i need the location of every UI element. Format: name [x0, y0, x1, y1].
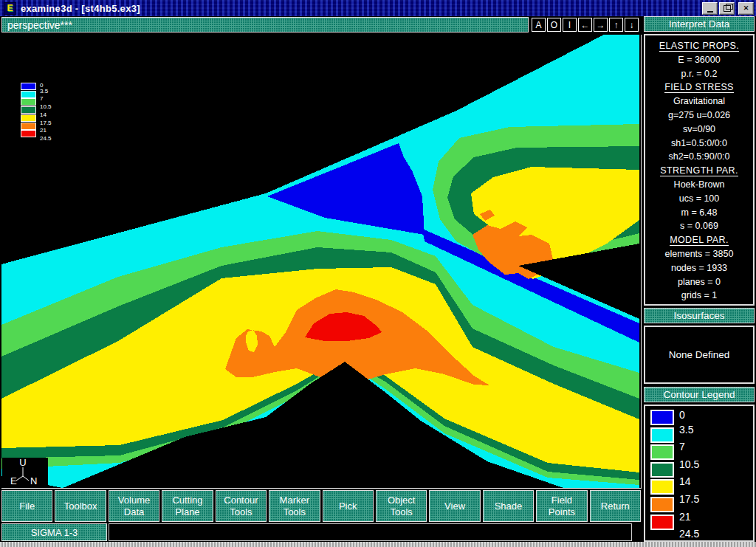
legend-value: 14	[679, 476, 691, 486]
interpret-value: grids = 1	[645, 289, 753, 303]
interpret-data-header[interactable]: Interpret Data	[644, 16, 755, 32]
title-bar: E examine3d - [st4hb5.ex3] ✕	[0, 0, 756, 16]
interpret-value: nodes = 1933	[645, 261, 753, 275]
interpret-value: g=275 u=0.026	[645, 109, 753, 123]
menu-button-toolbox[interactable]: Toolbox	[55, 490, 106, 522]
window-controls: ✕	[702, 2, 754, 15]
restore-icon	[724, 5, 731, 12]
legend-value: 21	[679, 512, 691, 522]
isosurfaces-title: Isosurfaces	[673, 310, 724, 321]
nav-button-a[interactable]: A	[532, 18, 546, 32]
legend-swatch	[650, 497, 674, 512]
menu-button-contour-tools[interactable]: Contour Tools	[216, 490, 267, 522]
legend-value: 10.5	[679, 459, 699, 469]
legend-swatch	[21, 130, 36, 137]
legend-value: 7	[679, 441, 685, 452]
interpret-section-heading: MODEL PAR.	[645, 233, 753, 247]
axis-east-label: E	[10, 475, 17, 486]
menu-button-view[interactable]: View	[429, 490, 480, 522]
legend-value: 3.5	[40, 89, 48, 94]
interpret-value: ucs = 100	[645, 192, 753, 206]
legend-swatch	[21, 83, 36, 90]
close-icon: ✕	[743, 5, 749, 12]
nav-button-→[interactable]: →	[594, 18, 608, 32]
legend-swatch	[650, 479, 674, 495]
interpret-value: Gravitational	[645, 94, 753, 109]
menu-button-cutting-plane[interactable]: Cutting Plane	[162, 490, 213, 522]
legend-swatch	[21, 123, 36, 130]
menu-button-file[interactable]: File	[1, 490, 52, 522]
interpret-value: p.r. = 0.2	[645, 67, 753, 81]
legend-swatch	[650, 462, 674, 478]
nav-button-↓[interactable]: ↓	[625, 18, 639, 32]
axis-north-label: N	[30, 475, 37, 486]
menu-button-pick[interactable]: Pick	[323, 490, 374, 522]
interpret-section-heading: ELASTIC PROPS.	[645, 39, 753, 53]
legend-swatch	[650, 444, 674, 460]
legend-swatch	[650, 515, 674, 530]
interpret-value: s = 0.069	[645, 219, 753, 233]
window-title: examine3d - [st4hb5.ex3]	[21, 3, 140, 14]
legend-value: 24.5	[40, 136, 52, 142]
minimize-icon	[707, 11, 713, 13]
legend-value: 17.5	[40, 120, 52, 126]
interpret-section-heading: FIELD STRESS	[645, 80, 753, 94]
menu-button-object-tools[interactable]: Object Tools	[376, 490, 427, 522]
interpret-value: elements = 3850	[645, 247, 753, 261]
contour-legend-panel: 03.5710.51417.52124.5	[644, 405, 755, 542]
interpret-value: sh2=0.5:90/0:0	[645, 150, 753, 164]
legend-value: 10.5	[40, 104, 52, 110]
close-button[interactable]: ✕	[738, 2, 754, 15]
legend-swatch	[21, 91, 36, 98]
view-mode-label: perspective***	[7, 19, 72, 31]
isosurfaces-header[interactable]: Isosurfaces	[644, 308, 755, 323]
contour-legend-title: Contour Legend	[664, 389, 735, 400]
contour-legend-header[interactable]: Contour Legend	[644, 387, 755, 402]
interpret-value: planes = 0	[645, 275, 753, 289]
menu-button-field-points[interactable]: Field Points	[536, 490, 587, 522]
model-viewport[interactable]: 03.5710.51417.52124.5 U E N	[1, 35, 642, 489]
app-icon: E	[4, 2, 16, 15]
legend-swatch	[21, 98, 36, 106]
legend-swatch	[650, 410, 674, 425]
menu-button-volume-data[interactable]: Volume Data	[109, 490, 159, 522]
legend-swatch	[21, 114, 36, 122]
view-nav-buttons: AOI←→↑↓	[532, 18, 639, 32]
interpret-value: Hoek-Brown	[645, 178, 753, 192]
result-type-label: SIGMA 1-3	[31, 527, 78, 538]
legend-value: 24.5	[679, 529, 699, 539]
interpret-value: sh1=0.5:0/0:0	[645, 137, 753, 151]
window-bottom-edge	[0, 542, 756, 547]
isosurfaces-panel: None Defined	[644, 326, 755, 384]
view-mode-bar[interactable]: perspective***	[1, 17, 529, 32]
interpret-value: E = 36000	[645, 53, 753, 67]
status-field	[109, 523, 632, 541]
nav-button-o[interactable]: O	[547, 18, 561, 32]
interpret-value: sv=0/90	[645, 123, 753, 137]
orientation-triad: U E N	[2, 458, 48, 486]
restore-button[interactable]	[719, 2, 735, 15]
legend-value: 3.5	[679, 424, 693, 435]
contour-plot	[1, 35, 641, 488]
axis-up-label: U	[19, 458, 26, 468]
legend-swatch	[21, 106, 36, 114]
interpret-section-heading: STRENGTH PAR.	[645, 164, 753, 178]
legend-value: 14	[40, 112, 47, 118]
nav-button-i[interactable]: I	[563, 18, 577, 32]
legend-value: 21	[40, 128, 47, 134]
result-type-button[interactable]: SIGMA 1-3	[1, 523, 107, 541]
legend-value: 7	[40, 96, 43, 102]
interpret-data-panel: ELASTIC PROPS.E = 36000p.r. = 0.2FIELD S…	[644, 34, 755, 306]
legend-value: 0	[679, 410, 685, 420]
legend-swatch	[650, 427, 674, 443]
interpret-data-title: Interpret Data	[669, 18, 730, 30]
isosurfaces-status: None Defined	[669, 349, 730, 360]
nav-button-←[interactable]: ←	[578, 18, 592, 32]
menu-button-marker-tools[interactable]: Marker Tools	[269, 490, 320, 522]
menu-button-shade[interactable]: Shade	[483, 490, 534, 522]
nav-button-↑[interactable]: ↑	[609, 18, 623, 32]
minimize-button[interactable]	[702, 2, 718, 15]
legend-value: 17.5	[679, 494, 699, 504]
menu-button-return[interactable]: Return	[590, 490, 641, 522]
interpret-value: m = 6.48	[645, 206, 753, 220]
